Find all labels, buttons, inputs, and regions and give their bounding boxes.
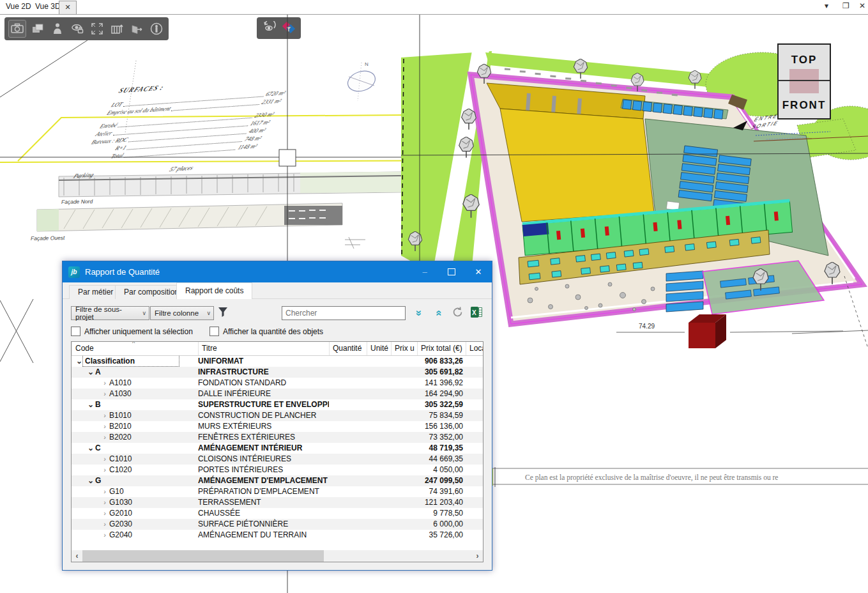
row-title: PORTES INTÉRIEURES	[198, 465, 329, 475]
row-location	[466, 519, 483, 530]
tree-chevron-icon[interactable]: ›	[100, 421, 109, 432]
reset-view-button[interactable]	[261, 20, 277, 36]
column-header-prix-total[interactable]: Prix total (€)	[417, 342, 466, 355]
tab-rapport-de-couts[interactable]: Rapport de coûts	[176, 282, 252, 299]
row-unit-price	[391, 475, 417, 486]
search-input[interactable]	[282, 306, 406, 320]
visibility-lock-button[interactable]	[69, 20, 86, 37]
table-row[interactable]: ›A1030 DALLE INFÉRIEURE 164 294,90	[72, 389, 483, 399]
layers-button[interactable]	[29, 20, 46, 37]
dialog-minimize-button[interactable]: –	[411, 261, 438, 282]
snapshot-button[interactable]	[8, 20, 26, 38]
row-total-price: 35 726,00	[417, 530, 466, 541]
table-row[interactable]: ›G2040 AMÉNAGEMENT DU TERRAIN 35 726,00	[72, 530, 483, 541]
close-window-button[interactable]: ✕	[859, 1, 865, 10]
person-icon	[50, 22, 65, 36]
section-box-button[interactable]	[109, 20, 125, 37]
row-unit	[367, 530, 391, 541]
tree-chevron-icon[interactable]: ›	[100, 378, 109, 389]
column-header-titre[interactable]: Titre	[198, 342, 329, 355]
tree-chevron-icon[interactable]: ›	[100, 530, 109, 541]
person-view-button[interactable]	[49, 20, 66, 37]
column-header-prix-u[interactable]: Prix u	[391, 342, 417, 355]
scroll-left-button[interactable]: ‹	[72, 551, 82, 560]
clip-plane-button[interactable]	[128, 20, 145, 37]
tree-chevron-icon[interactable]: ›	[100, 519, 109, 530]
horizontal-scrollbar[interactable]: ‹ ›	[72, 550, 483, 562]
table-row[interactable]: ⌄A INFRASTRUCTURE 305 691,82	[72, 367, 483, 378]
tab-close-button[interactable]: ✕	[59, 1, 77, 15]
tab-par-metier[interactable]: Par métier	[69, 285, 122, 299]
table-row[interactable]: ›C1020 PORTES INTÉRIEURES 4 050,00	[72, 465, 483, 475]
color-filter-button[interactable]	[280, 20, 297, 36]
tree-chevron-icon[interactable]: ⌄	[75, 356, 84, 367]
row-location	[466, 486, 483, 497]
row-title: AMÉNAGEMENT INTÉRIEUR	[198, 443, 329, 454]
row-code: B2010	[109, 422, 132, 431]
tree-chevron-icon[interactable]: ⌄	[86, 443, 95, 454]
scrollbar-track[interactable]	[82, 550, 472, 562]
info-button[interactable]	[148, 20, 165, 37]
table-row[interactable]: ›C1010 CLOISONS INTÉRIEURES 44 669,35	[72, 454, 483, 465]
table-row[interactable]: ⌄G AMÉNAGEMENT D'EMPLACEMENT 247 099,50	[72, 475, 483, 486]
column-filter-dropdown[interactable]: Filtre colonne ∨	[150, 306, 214, 320]
tree-chevron-icon[interactable]: ⌄	[86, 399, 95, 410]
funnel-icon	[218, 307, 228, 317]
table-row[interactable]: ⌄C AMÉNAGEMENT INTÉRIEUR 48 719,35	[72, 443, 483, 454]
tree-chevron-icon[interactable]: ›	[100, 465, 109, 475]
view-cube[interactable]: TOP FRONT	[777, 43, 831, 119]
tree-chevron-icon[interactable]: ›	[100, 432, 109, 443]
table-row[interactable]: ›A1010 FONDATION STANDARD 141 396,92	[72, 378, 483, 389]
row-total-price: 164 294,90	[417, 389, 466, 399]
tab-vue-3d[interactable]: Vue 3D	[35, 2, 61, 11]
column-header-unite[interactable]: Unité	[367, 342, 391, 355]
tree-chevron-icon[interactable]: ›	[100, 389, 109, 399]
view-cube-top-face[interactable]: TOP	[779, 54, 830, 66]
tree-chevron-icon[interactable]: ›	[100, 454, 109, 465]
refresh-button[interactable]	[452, 307, 463, 320]
tree-chevron-icon[interactable]: ›	[100, 508, 109, 519]
table-row[interactable]: ›B1010 CONSTRUCTION DE PLANCHER 75 834,5…	[72, 410, 483, 421]
table-row[interactable]: ›G2010 CHAUSSÉE 9 778,50	[72, 508, 483, 519]
tree-chevron-icon[interactable]: ›	[100, 486, 109, 497]
collapse-all-button[interactable]: »	[432, 307, 444, 320]
table-row[interactable]: ›G1030 TERRASSEMENT 121 203,40	[72, 497, 483, 508]
table-row[interactable]: ›B2010 MURS EXTÉRIEURS 156 136,00	[72, 421, 483, 432]
row-quantity	[329, 378, 367, 389]
dialog-maximize-button[interactable]	[438, 261, 465, 282]
scrollbar-thumb[interactable]	[82, 550, 324, 562]
column-header-quantite[interactable]: Quantité	[329, 342, 367, 355]
subproject-filter-dropdown[interactable]: Filtre de sous-projet ∨	[71, 306, 149, 320]
row-unit	[367, 486, 391, 497]
export-excel-button[interactable]: X	[471, 307, 482, 320]
table-row[interactable]: ⌄Classification UNIFORMAT 906 833,26	[72, 356, 483, 367]
tree-chevron-icon[interactable]: ⌄	[86, 475, 95, 486]
checkbox-icon[interactable]	[209, 327, 219, 336]
option-show-object-quantity[interactable]: Afficher la quantité des objets	[209, 327, 323, 336]
tree-chevron-icon[interactable]: ›	[100, 410, 109, 421]
restore-window-button[interactable]: ❐	[842, 1, 849, 10]
table-row[interactable]: ›G2030 SURFACE PIÉTONNIÈRE 6 000,00	[72, 519, 483, 530]
row-unit-price	[391, 410, 417, 421]
table-row[interactable]: ›B2020 FENÊTRES EXTÉRIEURES 73 352,00	[72, 432, 483, 443]
checkbox-icon[interactable]	[71, 327, 80, 336]
dialog-titlebar[interactable]: jb Rapport de Quantité – ✕	[63, 261, 492, 282]
column-header-localisation[interactable]: Loca	[466, 342, 483, 355]
table-row[interactable]: ›G10 PRÉPARATION D'EMPLACEMENT 74 391,60	[72, 486, 483, 497]
tab-overflow-button[interactable]: ▾	[825, 1, 828, 10]
option-show-selection-only[interactable]: Afficher uniquement la sélection	[71, 327, 193, 336]
elevation-north: Façade Nord	[59, 171, 447, 205]
row-unit	[367, 432, 391, 443]
filter-button[interactable]	[218, 307, 228, 319]
zoom-fit-button[interactable]	[89, 20, 105, 37]
view-cube-front-face[interactable]: FRONT	[779, 99, 830, 112]
grid-header[interactable]: ^ Code Titre Quantité Unité Prix u Prix …	[72, 342, 483, 356]
tree-chevron-icon[interactable]: ⌄	[86, 367, 95, 378]
table-row[interactable]: ⌄B SUPERSTRUCTURE ET ENVELOPPE 305 322,5…	[72, 399, 483, 410]
row-unit	[367, 410, 391, 421]
tab-vue-2d[interactable]: Vue 2D	[6, 2, 31, 11]
dialog-close-button[interactable]: ✕	[465, 261, 492, 282]
tree-chevron-icon[interactable]: ›	[100, 497, 109, 508]
expand-all-button[interactable]: »	[413, 307, 425, 320]
scroll-right-button[interactable]: ›	[472, 551, 483, 560]
